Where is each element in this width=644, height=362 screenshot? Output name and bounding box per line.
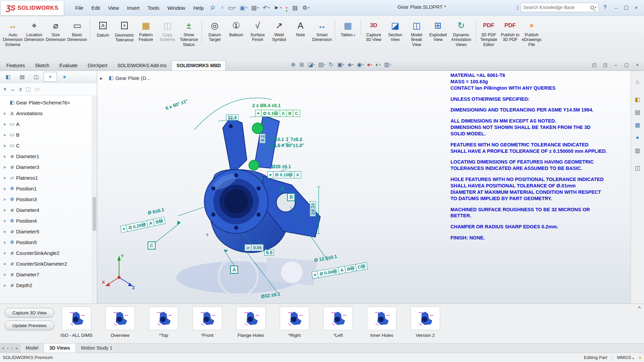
capture-3d-view-panel-button[interactable]: Capture 3D View <box>5 308 54 318</box>
units-selector[interactable]: MMGS▴ <box>617 355 634 360</box>
menu-item[interactable]: Insert <box>123 3 144 13</box>
search-input[interactable] <box>523 5 589 10</box>
expand-arrow-icon[interactable]: ▶ <box>2 262 8 266</box>
tree-item[interactable]: ▶ A Annotations <box>0 108 97 119</box>
close-document-button[interactable]: × <box>633 61 642 69</box>
expand-arrow-icon[interactable]: ▶ <box>2 144 8 147</box>
dimxpertmanager-tab[interactable]: ⌖ <box>44 72 57 82</box>
dropdown-caret-icon[interactable]: ▾ <box>343 63 344 66</box>
selection-lights-icon[interactable]: ● <box>284 5 290 10</box>
engineering-notes[interactable]: MATERIAL =AL 6061-T6 MASS = 100.63g CONT… <box>450 72 628 241</box>
expand-arrow-icon[interactable]: ▶ <box>2 122 8 126</box>
zoom-to-area-button[interactable]: ⊞ <box>298 60 306 69</box>
options-gear-icon[interactable]: ⚙ ▾ <box>300 3 312 13</box>
tree-item[interactable]: ▶ ⌀ CounterSinkDiameter2 <box>0 258 97 269</box>
propertymanager-tab[interactable]: ▤ <box>15 72 29 82</box>
view-thumbnail-image[interactable] <box>149 307 178 330</box>
display-style-button[interactable]: ◈ ▾ <box>346 60 355 69</box>
view-thumbnail[interactable]: *Top <box>147 307 180 343</box>
dropdown-caret-icon[interactable]: ▾ <box>280 6 282 9</box>
search-dropdown-icon[interactable]: ▾ <box>595 6 597 9</box>
size-dimension-button[interactable]: ⌀ Size Dimension <box>45 17 66 44</box>
view-thumbnail-image[interactable] <box>280 307 309 330</box>
tree-item[interactable]: ▶ ⌀ Diameter4 <box>0 205 97 215</box>
datum-flag-a[interactable]: A <box>230 266 238 274</box>
capture-3d-view-button[interactable]: 3D Capture 3D View <box>363 17 384 44</box>
configurationmanager-tab[interactable]: ◫ <box>30 72 43 82</box>
split-view-vertical-button[interactable]: ◳ <box>600 61 610 69</box>
tree-item[interactable]: ▶ ⌀ CounterSinkAngle2 <box>0 247 97 258</box>
select-icon[interactable]: ► ▾ <box>272 3 283 12</box>
tree-item[interactable]: ▶ ▱ Flatness1 <box>0 172 97 183</box>
featuremanager-tab[interactable]: ◧ <box>1 72 15 82</box>
fcf-26[interactable]: ⌖Ø 0.10ⓂA <box>268 171 301 178</box>
view-thumbnail-image[interactable] <box>367 307 396 330</box>
view-thumbnail-image[interactable] <box>236 307 266 330</box>
graphics-viewport[interactable]: ▶ ◧ Gear Plate (D... <box>97 71 631 304</box>
minimize-button[interactable]: – <box>611 3 621 12</box>
pdf-template-editor-button[interactable]: PDF 3D PDF Template Editor <box>478 17 499 48</box>
undo-icon[interactable]: ↶ ▾ <box>261 3 272 13</box>
view-thumbnail[interactable]: Overview <box>103 307 137 343</box>
tree-item[interactable]: ▶ ⊕ Position1 <box>0 183 97 194</box>
tables-button[interactable]: ▦ Tables <box>337 17 359 39</box>
commandmanager-tab[interactable]: Features <box>1 60 30 71</box>
fcf-hole-pattern[interactable]: ⌖Ø 0.1ⓂABC <box>256 110 300 117</box>
forum-panel-icon[interactable]: ◫ <box>633 163 643 173</box>
dropdown-caret-icon[interactable]: ▾ <box>362 63 364 66</box>
dropdown-caret-icon[interactable]: ▾ <box>257 6 259 9</box>
home-icon[interactable]: ⌂ <box>633 77 643 87</box>
rotate-view-button[interactable]: ↻ <box>327 60 335 69</box>
view-thumbnail[interactable]: Flange Holes <box>234 307 268 343</box>
expand-arrow-icon[interactable]: ▶ <box>2 187 8 190</box>
expand-arrow-icon[interactable]: ▶ <box>2 176 8 180</box>
new-document-icon[interactable]: ▫ <box>219 3 226 12</box>
view-thumbnail-image[interactable] <box>411 307 440 330</box>
section-view-button[interactable]: ◪ ▾ <box>307 60 316 69</box>
zoom-to-fit-button[interactable]: ⊕ <box>289 60 297 69</box>
view-settings-button[interactable]: ▥ ▾ <box>383 60 392 69</box>
help-button[interactable]: ? <box>601 4 609 10</box>
exploded-view-button[interactable]: ⊞ Exploded View <box>427 17 449 44</box>
previous-tab-button[interactable]: ‹ <box>7 346 8 351</box>
expand-arrow-icon[interactable]: ▶ <box>2 273 8 276</box>
expand-arrow-icon[interactable]: ▶ <box>2 111 8 115</box>
dim-countersink-depth[interactable]: 2.5±0.1 ↧ 7±0.2 <box>268 137 302 142</box>
view-thumbnail-image[interactable] <box>193 307 222 330</box>
print-icon[interactable]: ▤ ▾ <box>249 3 261 13</box>
menu-item[interactable]: View <box>104 3 123 13</box>
expand-arrow-icon[interactable]: ▶ <box>2 219 8 223</box>
view-thumbnail[interactable]: ISO - ALL DIMS <box>60 307 93 343</box>
expand-arrow-icon[interactable]: ▶ <box>2 197 8 201</box>
dropdown-caret-icon[interactable]: ▾ <box>390 63 391 66</box>
view-thumbnail[interactable]: *Front <box>191 307 224 343</box>
datum-button[interactable]: A Datum <box>92 17 114 39</box>
dim-26[interactable]: Ø26 ±0.1 <box>272 164 291 169</box>
expand-arrow-icon[interactable]: ▶ <box>2 133 8 137</box>
restore-button[interactable]: ▢ <box>621 3 631 12</box>
view-thumbnail[interactable]: Inner Holes <box>365 307 398 343</box>
file-explorer-icon[interactable]: ▤ <box>633 107 643 117</box>
tree-item[interactable]: ▶ ▭ C <box>0 140 97 151</box>
dimxpert-tool-icon[interactable]: ◫ <box>25 86 31 93</box>
hide-show-items-button[interactable]: ◉ ▾ <box>356 60 365 69</box>
split-view-horizontal-button[interactable]: ◰ <box>590 61 599 69</box>
weld-symbol-button[interactable]: ↗ Weld Symbol <box>268 17 290 44</box>
file-properties-icon[interactable]: ▤ <box>290 3 300 13</box>
menu-item[interactable]: File <box>71 3 87 13</box>
dimxpert-tool-icon[interactable]: ▭ <box>34 86 40 93</box>
tree-item[interactable]: ▶ ⊕ Position4 <box>0 215 97 226</box>
tree-scrollbar-thumb[interactable] <box>93 197 96 231</box>
commandmanager-tab[interactable]: SOLIDWORKS MBD <box>171 60 226 71</box>
dimxpert-tool-icon[interactable]: ± <box>19 86 22 93</box>
tree-item[interactable]: ▶ ▭ B <box>0 129 97 140</box>
dropdown-caret-icon[interactable]: ▾ <box>324 63 325 66</box>
show-tolerance-status-button[interactable]: ± Show Tolerance Status <box>178 17 200 48</box>
dropdown-caret-icon[interactable]: ▾ <box>371 63 372 66</box>
surface-finish-button[interactable]: √ Surface Finish <box>247 17 268 44</box>
view-thumbnail-image[interactable] <box>62 307 91 330</box>
dynamic-annotation-views-button[interactable]: ↻ Dynamic Annotation Views <box>449 17 474 48</box>
menu-item[interactable]: Tools <box>144 3 163 13</box>
location-dimension-button[interactable]: ⌖ Location Dimension <box>23 17 45 44</box>
tree-item[interactable]: ▶ ▭ A <box>0 119 97 129</box>
